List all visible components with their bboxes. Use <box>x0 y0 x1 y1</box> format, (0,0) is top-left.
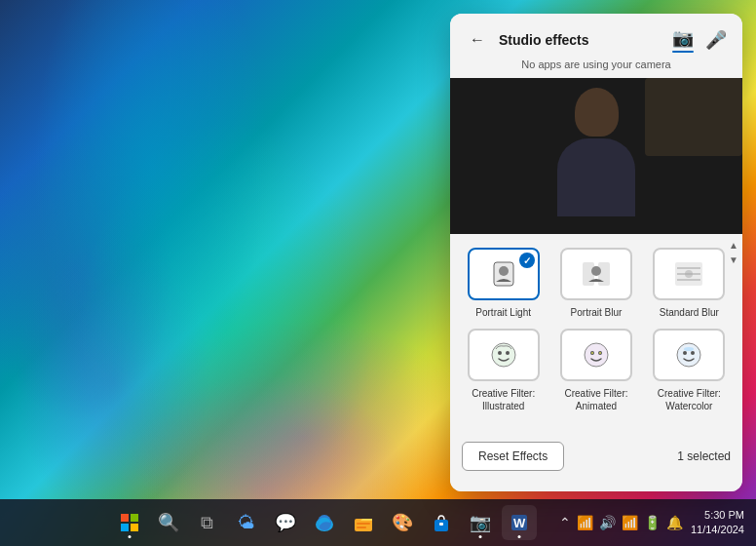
svg-rect-23 <box>131 514 138 522</box>
camera-active-indicator <box>672 51 694 53</box>
filter-thumb-creative-animated <box>560 329 632 381</box>
svg-rect-32 <box>439 523 443 526</box>
start-button[interactable] <box>112 505 147 540</box>
svg-point-9 <box>685 270 693 278</box>
filter-label-standard-blur: Standard Blur <box>660 306 719 319</box>
panel-header: ← Studio effects 📷 🎤 <box>450 14 742 53</box>
teams-button[interactable]: 💬 <box>268 505 303 540</box>
filter-label-portrait-blur: Portrait Blur <box>571 306 623 319</box>
svg-point-10 <box>492 343 515 367</box>
svg-point-17 <box>599 352 601 354</box>
filter-label-creative-animated: Creative Filter: Animated <box>554 387 637 412</box>
filter-thumb-creative-watercolor <box>653 329 725 381</box>
svg-point-16 <box>591 352 593 354</box>
scroll-indicator: ▲ ▼ <box>729 240 738 265</box>
panel-footer: Reset Effects 1 selected <box>450 434 742 479</box>
file-explorer-button[interactable] <box>346 505 381 540</box>
svg-point-21 <box>684 347 694 351</box>
portrait-blur-icon <box>581 258 612 290</box>
word-indicator <box>517 535 520 538</box>
person-body <box>557 138 635 216</box>
paint-button[interactable]: 🎨 <box>385 505 420 540</box>
scroll-up-icon[interactable]: ▲ <box>729 240 738 251</box>
camera-icon[interactable]: 📷 <box>672 27 694 49</box>
filter-thumb-creative-illustrated <box>468 329 540 381</box>
back-button[interactable]: ← <box>466 27 489 53</box>
desktop: ← Studio effects 📷 🎤 No apps are using y… <box>0 0 756 546</box>
taskbar-icons: 🔍 ⧉ 🌤 💬 <box>90 505 559 540</box>
no-camera-message: No apps are using your camera <box>450 53 742 78</box>
creative-illustrated-icon <box>488 339 519 370</box>
svg-rect-29 <box>357 523 370 525</box>
filters-section: ✓ Portrait Light Portrait Blur <box>450 234 742 434</box>
svg-point-13 <box>585 343 608 367</box>
camera-preview <box>450 78 742 234</box>
panel-header-left: ← Studio effects <box>466 27 589 53</box>
svg-text:W: W <box>513 516 526 530</box>
more-settings-section: More Camera effects settings <box>450 479 742 491</box>
camera-button[interactable]: 📷 <box>463 505 498 540</box>
time-display: 5:30 PM <box>691 508 744 523</box>
svg-rect-30 <box>357 526 366 528</box>
scroll-down-icon[interactable]: ▼ <box>729 254 738 265</box>
filter-label-creative-watercolor: Creative Filter: Watercolor <box>648 387 731 412</box>
more-settings-link[interactable]: More Camera effects settings <box>462 490 601 491</box>
widgets-button[interactable]: 🌤 <box>229 505 264 540</box>
microsoft-store-button[interactable] <box>424 505 459 540</box>
camera-indicator <box>478 535 481 538</box>
edge-button[interactable] <box>307 505 342 540</box>
wifi-icon[interactable]: 📶 <box>622 515 638 530</box>
microphone-icon[interactable]: 🎤 <box>705 29 727 51</box>
selected-count: 1 selected <box>677 449 731 463</box>
filter-standard-blur[interactable]: Standard Blur <box>648 248 731 319</box>
system-tray: ⌃ 📶 🔊 📶 🔋 🔔 5:30 PM 11/14/2024 <box>559 508 744 538</box>
date-display: 11/14/2024 <box>691 523 744 537</box>
taskbar: 🔍 ⧉ 🌤 💬 <box>0 499 756 546</box>
person-head <box>575 88 619 136</box>
svg-point-19 <box>683 351 687 355</box>
filter-portrait-light[interactable]: ✓ Portrait Light <box>462 248 545 319</box>
filter-label-creative-illustrated: Creative Filter: Illustrated <box>462 387 545 412</box>
svg-point-4 <box>591 266 601 276</box>
svg-point-12 <box>506 351 510 355</box>
search-button[interactable]: 🔍 <box>151 505 186 540</box>
word-button[interactable]: W <box>502 505 537 540</box>
camera-icon-container: 📷 <box>672 27 694 53</box>
svg-rect-25 <box>131 524 138 531</box>
creative-animated-icon <box>581 339 612 370</box>
reset-effects-button[interactable]: Reset Effects <box>462 442 564 471</box>
word-icon: W <box>510 513 529 532</box>
filter-thumb-portrait-light: ✓ <box>468 248 540 300</box>
network-icon[interactable]: 📶 <box>577 515 593 530</box>
windows-logo-icon <box>121 514 138 531</box>
filter-thumb-portrait-blur <box>560 248 632 300</box>
selected-checkmark: ✓ <box>519 253 535 268</box>
svg-point-20 <box>691 351 695 355</box>
edge-icon <box>315 513 334 532</box>
clock[interactable]: 5:30 PM 11/14/2024 <box>691 508 744 538</box>
portrait-light-icon <box>488 258 519 290</box>
panel-title: Studio effects <box>499 32 589 48</box>
filter-creative-watercolor[interactable]: Creative Filter: Watercolor <box>648 329 731 412</box>
svg-point-18 <box>677 343 700 367</box>
standard-blur-icon <box>673 258 704 290</box>
filter-creative-animated[interactable]: Creative Filter: Animated <box>554 329 637 412</box>
volume-icon[interactable]: 🔊 <box>599 515 616 530</box>
battery-icon[interactable]: 🔋 <box>644 515 661 530</box>
filter-portrait-blur[interactable]: Portrait Blur <box>554 248 637 319</box>
camera-person-silhouette <box>538 88 655 234</box>
studio-effects-panel: ← Studio effects 📷 🎤 No apps are using y… <box>450 14 742 491</box>
svg-rect-22 <box>121 514 129 522</box>
task-view-button[interactable]: ⧉ <box>190 505 225 540</box>
chevron-up-icon[interactable]: ⌃ <box>559 515 571 530</box>
svg-point-1 <box>499 266 509 276</box>
creative-watercolor-icon <box>673 339 704 370</box>
filter-thumb-standard-blur <box>653 248 725 300</box>
filters-grid: ✓ Portrait Light Portrait Blur <box>462 248 731 412</box>
filter-label-portrait-light: Portrait Light <box>475 306 531 319</box>
filter-creative-illustrated[interactable]: Creative Filter: Illustrated <box>462 329 545 412</box>
start-indicator <box>128 535 131 538</box>
notification-icon[interactable]: 🔔 <box>666 515 683 530</box>
panel-header-right: 📷 🎤 <box>672 27 727 53</box>
store-icon <box>432 513 451 532</box>
